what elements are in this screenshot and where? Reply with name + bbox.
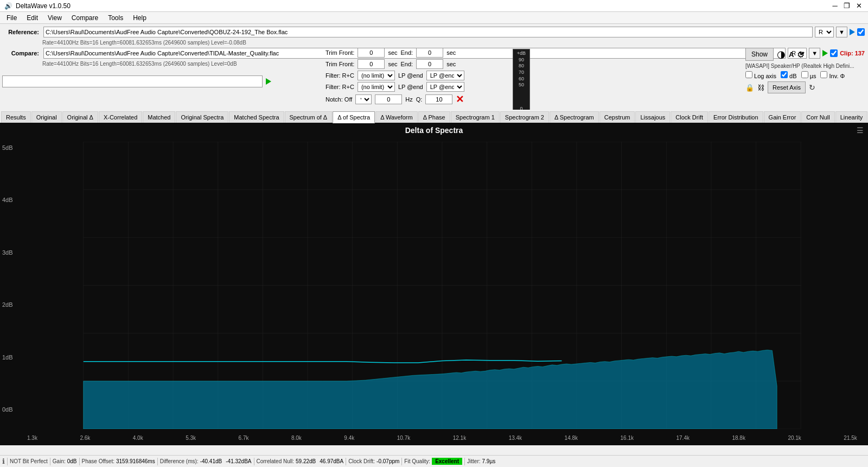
settings-gear-icon[interactable]: ⚙ xyxy=(797,49,805,60)
tab-x-correlated[interactable]: X-Correlated xyxy=(99,111,142,123)
x-label-14k8: 14.8k xyxy=(565,435,578,441)
reference-checkbox[interactable] xyxy=(857,28,865,36)
log-axis-checkbox[interactable] xyxy=(745,71,752,78)
menu-file[interactable]: File xyxy=(2,13,21,23)
y-label-1db: 1dB xyxy=(2,354,13,361)
tab-clock-drift[interactable]: Clock Drift xyxy=(671,111,708,123)
tab-original-delta[interactable]: Original Δ xyxy=(62,111,98,123)
reference-label: Reference: xyxy=(3,29,41,35)
show-button[interactable]: Show xyxy=(745,48,774,61)
us-checkbox[interactable] xyxy=(801,71,808,78)
tab-delta-phase[interactable]: Δ Phase xyxy=(418,111,450,123)
notch-hz-input[interactable] xyxy=(375,94,402,104)
trim-end-val2[interactable] xyxy=(416,59,443,69)
reference-sub: Rate=44100Hz Bits=16 Length=60081.632653… xyxy=(42,40,868,46)
db-label-90: 90 xyxy=(519,57,524,64)
diff-item: Difference (ms): -40.41dB -41.32dBA xyxy=(160,458,252,464)
tab-matched-spectra[interactable]: Matched Spectra xyxy=(229,111,284,123)
trim-front-label: Trim Front: xyxy=(326,49,354,56)
reference-dropdown-btn[interactable]: ▼ xyxy=(836,27,847,37)
tab-results[interactable]: Results xyxy=(1,111,31,123)
restore-button[interactable]: ❐ xyxy=(842,1,852,11)
tab-spectrogram-1[interactable]: Spectrogram 1 xyxy=(451,111,500,123)
tab-gain-error[interactable]: Gain Error xyxy=(764,111,801,123)
menu-view[interactable]: View xyxy=(43,13,66,23)
app-title: DeltaWave v1.0.50 xyxy=(16,2,71,10)
tab-error-distribution[interactable]: Error Distribution xyxy=(709,111,763,123)
trim-front-row2: Trim Front: sec End: sec xyxy=(326,59,464,69)
red-x-icon[interactable]: ✕ xyxy=(456,93,464,105)
clock-item: Clock Drift: -0.07ppm xyxy=(348,458,399,464)
chain-icon[interactable]: ⛓ xyxy=(757,84,764,92)
reference-channel-select[interactable]: RLM xyxy=(815,27,834,37)
filter-rc-select1[interactable]: (no limit) xyxy=(358,71,395,80)
y-label-2db: 2dB xyxy=(2,301,13,308)
info-icon[interactable]: ℹ xyxy=(2,457,5,465)
trim-front-val1[interactable] xyxy=(358,48,385,58)
tab-spectrogram-2[interactable]: Spectrogram 2 xyxy=(500,111,549,123)
trim-end-sec2: sec xyxy=(446,61,456,67)
reset-axis-button[interactable]: Reset Axis xyxy=(768,81,806,93)
tab-corr-null[interactable]: Corr Null xyxy=(801,111,834,123)
menu-edit[interactable]: Edit xyxy=(22,13,42,23)
output-panel: Show ◑ A ⚙ [WASAPI] Speaker/HP (Realtek … xyxy=(745,48,865,93)
y-label-0db: 0dB xyxy=(2,406,13,413)
tab-linearity[interactable]: Linearity xyxy=(835,111,868,123)
trim-front-label2: Trim Front: xyxy=(326,61,354,67)
tab-lissajous[interactable]: Lissajous xyxy=(635,111,670,123)
tab-matched[interactable]: Matched xyxy=(143,111,175,123)
refresh-icon[interactable]: ↻ xyxy=(809,83,815,92)
menu-help[interactable]: Help xyxy=(129,13,151,23)
db-label-70: 70 xyxy=(519,70,524,76)
us-label: µs xyxy=(801,71,816,79)
trim-front-val2[interactable] xyxy=(358,59,385,69)
x-label-4k0: 4.0k xyxy=(133,435,143,441)
x-label-20k1: 20.1k xyxy=(788,435,801,441)
fit-quality-value: Excellent xyxy=(432,458,462,465)
reference-play-btn[interactable] xyxy=(850,29,855,35)
filter-lp-label1: LP @end xyxy=(398,72,423,79)
inv-phi-checkbox[interactable] xyxy=(820,71,827,78)
close-button[interactable]: ✕ xyxy=(854,1,864,11)
chart-settings-icon[interactable]: ☰ xyxy=(857,126,864,135)
db-label-plus: +dB xyxy=(517,51,526,57)
lock-icon[interactable]: 🔒 xyxy=(745,84,754,92)
tab-spectrum-of-delta[interactable]: Spectrum of Δ xyxy=(285,111,333,123)
fit-quality-label: Fit Quality: xyxy=(404,458,430,464)
trim-front-sec2: sec xyxy=(388,61,397,67)
filter-lp-select2[interactable]: LP @end xyxy=(426,82,464,92)
db-checkbox[interactable] xyxy=(781,71,788,78)
audio-a-icon[interactable]: A xyxy=(789,51,794,59)
filter-rc-select2[interactable]: (no limit) xyxy=(358,82,395,92)
filter-lp-label2: LP @end xyxy=(398,84,423,90)
corr-null-item: Correlated Null: 59.22dB 46.97dBA xyxy=(257,458,344,464)
tab-original-spectra[interactable]: Original Spectra xyxy=(176,111,228,123)
trim-front-sec1: sec xyxy=(388,49,397,56)
tab-cepstrum[interactable]: Cepstrum xyxy=(599,111,635,123)
reference-path-input[interactable] xyxy=(43,27,813,37)
trim-end-val1[interactable] xyxy=(416,48,443,58)
reference-row: Reference: RLM ▼ xyxy=(0,24,868,38)
clock-value: -0.07ppm xyxy=(376,458,399,464)
notch-q-input[interactable] xyxy=(425,94,452,104)
menu-tools[interactable]: Tools xyxy=(104,13,127,23)
bit-perfect-label: NOT Bit Perfect xyxy=(10,458,48,464)
theme-icon[interactable]: ◑ xyxy=(777,48,786,60)
compare-label: Compare: xyxy=(3,50,41,56)
notch-select[interactable]: ▼ xyxy=(355,94,372,104)
title-bar-left: 🔊 DeltaWave v1.0.50 xyxy=(4,2,71,10)
checkboxes-row: Log axis dB µs Inv. Φ xyxy=(745,71,865,79)
x-label-9k4: 9.4k xyxy=(344,435,354,441)
match-area: Match xyxy=(2,75,271,87)
tab-delta-of-spectra[interactable]: Δ of Spectra xyxy=(333,111,375,123)
filter-lp-select1[interactable]: LP @end xyxy=(426,71,464,80)
x-label-1k3: 1.3k xyxy=(27,435,37,441)
match-play-btn[interactable] xyxy=(266,78,271,85)
minimize-button[interactable]: ─ xyxy=(830,1,840,11)
tab-delta-spectrogram[interactable]: Δ Spectrogram xyxy=(550,111,599,123)
jitter-item: Jitter: 7.9µs xyxy=(467,458,495,464)
tab-delta-waveform[interactable]: Δ Waveform xyxy=(375,111,418,123)
filter-rc-label1: Filter: R+C xyxy=(326,72,354,79)
menu-compare[interactable]: Compare xyxy=(67,13,103,23)
tab-original[interactable]: Original xyxy=(31,111,62,123)
